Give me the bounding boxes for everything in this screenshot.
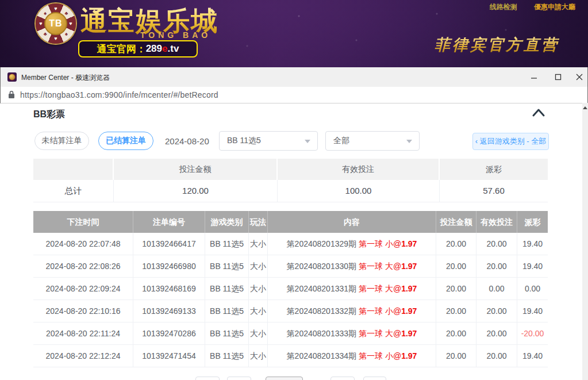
url-text[interactable]: https://tongbao31.com:9900/infe/mcenter/… — [20, 90, 218, 99]
window-title: Member Center - 极速浏览器 — [21, 73, 110, 83]
cell-bet-amount: 20.00 — [436, 278, 476, 300]
table-row: 2024-08-20 22:11:24 101392470286 BB 11选5… — [33, 323, 548, 345]
cell-order-id: 101392470286 — [133, 323, 205, 345]
cell-bet-amount: 20.00 — [436, 323, 476, 345]
cell-valid-bet: 20.00 — [476, 323, 517, 345]
game-select[interactable]: BB 11选5 — [219, 131, 318, 151]
caret-down-icon — [305, 140, 310, 143]
pagination-prev-button[interactable] — [227, 377, 251, 380]
site-logo-subtitle: TONG BAO — [140, 30, 211, 40]
official-site-label: 通宝官网： — [97, 43, 146, 56]
cell-game-category: BB 11选5 — [205, 345, 249, 367]
scroll-up-arrow-icon[interactable] — [583, 106, 587, 109]
line-check-link[interactable]: 线路检测 — [490, 3, 517, 11]
table-row: 2024-08-20 22:08:26 101392466980 BB 11选5… — [33, 255, 548, 278]
cell-order-id: 101392469133 — [133, 300, 205, 323]
promo-hall-link[interactable]: 優惠申請大廳 — [534, 3, 575, 11]
summary-total-payout: 57.60 — [440, 180, 548, 202]
content-odds: 1.97 — [401, 239, 417, 248]
address-bar[interactable]: https://tongbao31.com:9900/infe/mcenter/… — [0, 87, 588, 103]
official-site-e: e — [162, 43, 167, 55]
summary-total-row: 总计 120.00 100.00 57.60 — [33, 180, 548, 202]
cell-valid-bet: 20.00 — [476, 300, 517, 323]
filter-select[interactable]: 全部 — [325, 131, 420, 151]
official-site-badge: 通宝官网： 289 e .tv — [78, 40, 198, 57]
content-odds: 1.97 — [401, 329, 417, 338]
browser-title-bar[interactable]: Member Center - 极速浏览器 — [0, 67, 588, 87]
content-pick: 第一球 小@ — [359, 351, 401, 360]
caret-down-icon — [406, 140, 412, 143]
content-pick: 第一球 小@ — [359, 306, 401, 316]
summary-total-bet: 120.00 — [114, 180, 278, 202]
cell-content: 第202408201334期第一球 小@1.97 — [268, 345, 436, 367]
cell-valid-bet: 20.00 — [476, 255, 517, 278]
header-content: 内容 — [268, 211, 436, 233]
vertical-scrollbar[interactable] — [582, 103, 588, 380]
cell-bet-time: 2024-08-20 22:07:48 — [33, 233, 133, 255]
date-picker[interactable]: 2024-08-20 — [165, 136, 209, 146]
cell-valid-bet: 20.00 — [476, 345, 517, 367]
pagination-first-button[interactable] — [195, 377, 220, 380]
heart-icon: ♥ — [37, 20, 44, 27]
official-site-number: 289 — [146, 43, 162, 55]
cell-order-id: 101392468169 — [133, 278, 205, 300]
content-pick: 第一球 大@ — [359, 262, 401, 271]
cell-game-category: BB 11选5 — [205, 278, 249, 300]
cell-content: 第202408201329期第一球 小@1.97 — [268, 233, 436, 255]
pagination-last-button[interactable] — [363, 377, 386, 380]
tab-settled-bets[interactable]: 已结算注单 — [98, 132, 153, 150]
cell-valid-bet: 20.00 — [476, 233, 517, 255]
official-site-tld: .tv — [168, 43, 179, 55]
maximize-icon — [555, 74, 562, 80]
lock-icon — [8, 90, 15, 99]
game-select-value: BB 11选5 — [227, 136, 261, 146]
cell-payout: 0.00 — [517, 278, 548, 300]
cell-payout: 19.40 — [517, 345, 548, 367]
window-app-icon — [7, 72, 17, 82]
tab-unsettled-bets[interactable]: 未结算注单 — [34, 132, 89, 150]
content-pick: 第一球 大@ — [359, 284, 401, 293]
section-title: BB彩票 — [33, 109, 65, 121]
cell-bet-time: 2024-08-20 22:10:16 — [33, 300, 133, 323]
collapse-section-button[interactable] — [532, 108, 545, 118]
cell-bet-amount: 20.00 — [436, 255, 476, 278]
banner-links: 线路检测 優惠申請大廳 — [490, 2, 575, 12]
cell-play-type: 大小 — [249, 345, 268, 367]
content-odds: 1.97 — [401, 284, 417, 293]
chip-core-label: TB — [44, 12, 67, 35]
content-period: 第202408201332期 — [287, 306, 356, 316]
filter-select-value: 全部 — [333, 136, 349, 146]
summary-total-valid: 100.00 — [278, 180, 440, 202]
minimize-button[interactable] — [525, 72, 543, 82]
summary-header-empty — [33, 159, 114, 180]
cell-bet-time: 2024-08-20 22:08:26 — [33, 255, 133, 278]
table-body: 2024-08-20 22:07:48 101392466417 BB 11选5… — [33, 233, 548, 367]
content-period: 第202408201331期 — [287, 284, 356, 293]
spade-icon: ♠ — [63, 30, 70, 37]
pagination-next-button[interactable] — [330, 377, 355, 380]
official-slogan: 菲律宾官方直营 — [435, 34, 559, 55]
header-play-type: 玩法 — [249, 211, 268, 233]
close-icon — [576, 74, 583, 80]
cell-bet-time: 2024-08-20 22:09:24 — [33, 278, 133, 300]
cell-order-id: 101392466980 — [133, 255, 205, 278]
header-valid-bet: 有效投注 — [476, 211, 517, 233]
maximize-button[interactable] — [549, 72, 567, 82]
header-game-category: 游戏类别 — [205, 211, 249, 233]
table-row: 2024-08-20 22:10:16 101392469133 BB 11选5… — [33, 300, 548, 323]
cell-payout: 19.40 — [517, 300, 548, 323]
cell-play-type: 大小 — [249, 278, 268, 300]
close-button[interactable] — [571, 72, 588, 82]
table-header-row: 下注时间 注单编号 游戏类别 玩法 内容 投注金额 有效投注 派彩 — [33, 211, 548, 233]
content-period: 第202408201330期 — [287, 262, 356, 271]
content-period: 第202408201333期 — [287, 329, 356, 338]
cell-bet-amount: 20.00 — [436, 233, 476, 255]
heart-icon: ♥ — [52, 5, 59, 12]
summary-header-row: 投注金额 有效投注 派彩 — [33, 159, 548, 180]
cell-play-type: 大小 — [249, 255, 268, 278]
pagination-page-indicator[interactable] — [266, 377, 303, 380]
content-period: 第202408201329期 — [287, 239, 356, 248]
back-to-game-category-button[interactable]: ‹ 返回游戏类别 - 全部 — [472, 133, 549, 150]
cell-bet-amount: 20.00 — [436, 345, 476, 367]
heart-icon: ♥ — [52, 35, 59, 42]
